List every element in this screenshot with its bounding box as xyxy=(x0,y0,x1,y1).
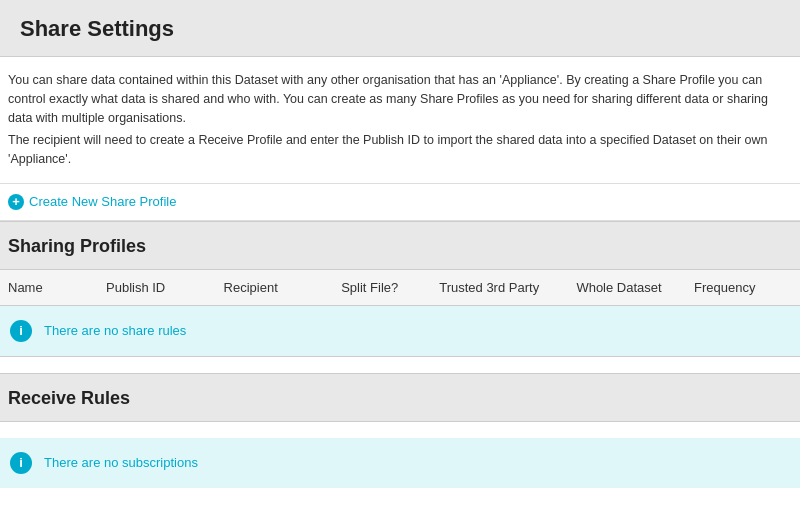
receive-rules-title: Receive Rules xyxy=(8,388,792,409)
receive-rules-section: Receive Rules i There are no subscriptio… xyxy=(0,373,800,488)
col-header-trusted: Trusted 3rd Party xyxy=(439,280,576,295)
plus-circle-icon: + xyxy=(8,194,24,210)
page-header: Share Settings xyxy=(0,0,800,57)
create-new-share-profile-link[interactable]: + Create New Share Profile xyxy=(8,194,176,210)
create-link-label: Create New Share Profile xyxy=(29,194,176,209)
table-header-row: Name Publish ID Recipient Split File? Tr… xyxy=(0,270,800,306)
create-link-row: + Create New Share Profile xyxy=(0,184,800,221)
col-header-name: Name xyxy=(8,280,106,295)
col-header-recipient: Recipient xyxy=(224,280,342,295)
receive-rules-empty-message: There are no subscriptions xyxy=(44,455,198,470)
sharing-profiles-empty-message: There are no share rules xyxy=(44,323,186,338)
page-title: Share Settings xyxy=(20,16,780,42)
description-line2: The recipient will need to create a Rece… xyxy=(8,131,792,169)
sharing-profiles-title: Sharing Profiles xyxy=(8,236,792,257)
col-header-frequency: Frequency xyxy=(694,280,792,295)
col-header-whole-dataset: Whole Dataset xyxy=(576,280,694,295)
receive-rules-empty-row: i There are no subscriptions xyxy=(0,438,800,488)
sharing-profiles-empty-row: i There are no share rules xyxy=(0,306,800,356)
col-header-split-file: Split File? xyxy=(341,280,439,295)
sharing-profiles-header: Sharing Profiles xyxy=(0,221,800,270)
info-icon-sharing: i xyxy=(10,320,32,342)
info-icon-receive: i xyxy=(10,452,32,474)
spacer2 xyxy=(0,422,800,438)
spacer xyxy=(0,357,800,373)
col-header-publish-id: Publish ID xyxy=(106,280,224,295)
description-line1: You can share data contained within this… xyxy=(8,71,792,127)
sharing-profiles-table: Name Publish ID Recipient Split File? Tr… xyxy=(0,270,800,357)
description-section: You can share data contained within this… xyxy=(0,57,800,184)
receive-rules-header: Receive Rules xyxy=(0,373,800,422)
